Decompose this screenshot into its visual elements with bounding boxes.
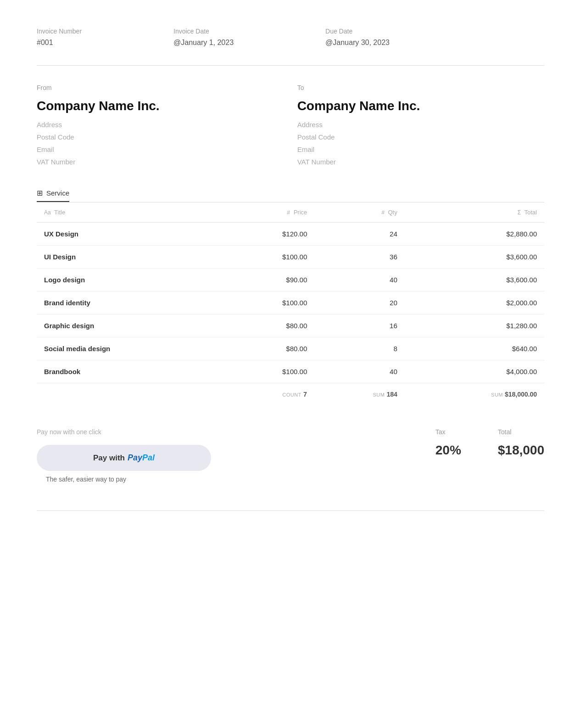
from-postal: Postal Code (37, 133, 160, 141)
total-label: Total (498, 428, 544, 436)
paypal-button[interactable]: Pay with PayPal (37, 445, 211, 471)
pay-now-label: Pay now with one click (37, 428, 436, 436)
from-email: Email (37, 146, 160, 153)
from-label: From (37, 84, 160, 91)
invoice-due-label: Due Date (325, 28, 390, 35)
table-row: Social media design $80.00 8 $640.00 (37, 337, 544, 360)
row-price: $100.00 (223, 291, 314, 314)
invoice-number-value: #001 (37, 39, 82, 47)
row-price: $120.00 (223, 223, 314, 246)
payment-section: Pay now with one click Pay with PayPal T… (37, 428, 544, 483)
to-label: To (297, 84, 420, 91)
table-row: Brandbook $100.00 40 $4,000.00 (37, 360, 544, 383)
paypal-tagline: The safer, easier way to pay (46, 476, 436, 483)
row-price: $80.00 (223, 337, 314, 360)
row-title: UX Design (37, 223, 223, 246)
row-title: Brandbook (37, 360, 223, 383)
table-row: Brand identity $100.00 20 $2,000.00 (37, 291, 544, 314)
row-total: $2,880.00 (405, 223, 544, 246)
tax-value: 20% (436, 443, 461, 458)
col-price: # Price (223, 202, 314, 223)
paypal-logo-pal: Pal (142, 453, 155, 462)
row-qty: 24 (314, 223, 404, 246)
total-value: $18,000 (498, 443, 544, 458)
row-qty: 40 (314, 360, 404, 383)
paypal-logo-pay: Pay (128, 453, 142, 462)
paypal-area: Pay now with one click Pay with PayPal T… (37, 428, 436, 483)
invoice-date-label: Invoice Date (173, 28, 234, 35)
to-block: To Company Name Inc. Address Postal Code… (297, 84, 420, 170)
row-total: $3,600.00 (405, 246, 544, 269)
from-vat: VAT Number (37, 158, 160, 166)
to-company: Company Name Inc. (297, 99, 420, 113)
col-total: Σ Total (405, 202, 544, 223)
row-qty: 8 (314, 337, 404, 360)
invoice-number-label: Invoice Number (37, 28, 82, 35)
sum-total: SUM $18,000.00 (405, 383, 544, 406)
from-company: Company Name Inc. (37, 99, 160, 113)
header-divider (37, 65, 544, 66)
row-qty: 20 (314, 291, 404, 314)
service-section: ⊞ Service Aa Title # Price # Qty Σ (37, 189, 544, 405)
sum-qty: SUM 184 (314, 383, 404, 406)
table-row: Graphic design $80.00 16 $1,280.00 (37, 314, 544, 337)
col-qty: # Qty (314, 202, 404, 223)
invoice-due-value: @January 30, 2023 (325, 39, 390, 47)
to-vat: VAT Number (297, 158, 420, 166)
service-tab[interactable]: ⊞ Service (37, 189, 69, 202)
row-total: $1,280.00 (405, 314, 544, 337)
col-title: Aa Title (37, 202, 223, 223)
paypal-logo: PayPal (128, 453, 155, 463)
from-block: From Company Name Inc. Address Postal Co… (37, 84, 160, 170)
row-qty: 40 (314, 269, 404, 291)
paypal-button-text: Pay with (93, 454, 125, 463)
row-title: Graphic design (37, 314, 223, 337)
summary-row: COUNT 7 SUM 184 SUM $18,000.00 (37, 383, 544, 406)
tax-label: Tax (436, 428, 461, 436)
invoice-header: Invoice Number #001 Invoice Date @Januar… (37, 28, 544, 47)
count-label: COUNT 7 (223, 383, 314, 406)
row-total: $3,600.00 (405, 269, 544, 291)
table-header-row: Aa Title # Price # Qty Σ Total (37, 202, 544, 223)
to-address: Address (297, 121, 420, 129)
row-total: $2,000.00 (405, 291, 544, 314)
row-price: $100.00 (223, 246, 314, 269)
to-email: Email (297, 146, 420, 153)
invoice-due-block: Due Date @January 30, 2023 (325, 28, 390, 47)
billing-section: From Company Name Inc. Address Postal Co… (37, 84, 544, 170)
from-address: Address (37, 121, 160, 129)
bottom-divider (37, 510, 544, 511)
table-row: UX Design $120.00 24 $2,880.00 (37, 223, 544, 246)
invoice-number-block: Invoice Number #001 (37, 28, 82, 47)
service-table: Aa Title # Price # Qty Σ Total UX Desig (37, 202, 544, 405)
row-total: $4,000.00 (405, 360, 544, 383)
row-price: $80.00 (223, 314, 314, 337)
row-title: UI Design (37, 246, 223, 269)
table-row: UI Design $100.00 36 $3,600.00 (37, 246, 544, 269)
table-row: Logo design $90.00 40 $3,600.00 (37, 269, 544, 291)
row-title: Social media design (37, 337, 223, 360)
invoice-date-block: Invoice Date @January 1, 2023 (173, 28, 234, 47)
row-total: $640.00 (405, 337, 544, 360)
service-tab-label: Service (46, 189, 69, 197)
table-icon: ⊞ (37, 189, 43, 197)
row-price: $90.00 (223, 269, 314, 291)
row-qty: 16 (314, 314, 404, 337)
invoice-date-value: @January 1, 2023 (173, 39, 234, 47)
row-title: Logo design (37, 269, 223, 291)
to-postal: Postal Code (297, 133, 420, 141)
row-price: $100.00 (223, 360, 314, 383)
tax-block: Tax 20% (436, 428, 461, 458)
row-title: Brand identity (37, 291, 223, 314)
tax-total-area: Tax 20% Total $18,000 (436, 428, 544, 458)
total-block: Total $18,000 (498, 428, 544, 458)
row-qty: 36 (314, 246, 404, 269)
